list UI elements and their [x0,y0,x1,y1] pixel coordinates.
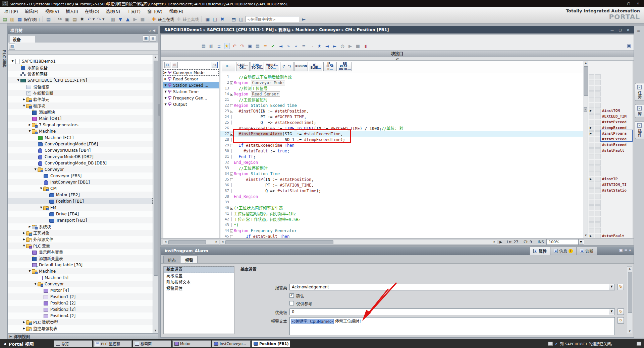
expander-icon[interactable]: ▶ [28,123,32,126]
expander-icon[interactable]: ▼ [22,104,26,107]
tree-item-position3-2[interactable]: Position3 [2] [8,306,153,312]
repeat-until-snippet[interactable]: REPEAT...UNTIL... [338,62,352,71]
rail-collapse-icon[interactable]: ≡ [637,29,640,33]
tab-devices[interactable]: 设备 [10,35,35,43]
code-line-36[interactable]: 36│ PT := #STATION_TIME, [220,182,583,188]
bookmark-add-icon[interactable]: ★ [317,43,322,49]
code-line-2[interactable]: 2+Region Conveyor Mode [220,80,583,85]
acknowledgment-checkbox[interactable] [289,293,294,298]
close-icon[interactable]: ✕ [634,1,642,6]
favorites-icon[interactable]: ★ [224,43,229,49]
expander-icon[interactable]: ▶ [163,77,168,80]
nav-item-item[interactable]: 附加报警文本 [164,279,234,286]
fold-marker-icon[interactable]: + [229,81,234,84]
tree-item-machine[interactable]: ▼Machine [8,268,153,274]
code-line-13[interactable]: 13 //检测工位信号 [220,85,583,91]
code-line-42[interactable]: 42│工位正常工作状态，闪灯频率=0.5Hz [220,216,583,222]
scroll-down-icon[interactable]: ▼ [584,233,588,238]
print-icon[interactable]: ▤ [46,16,51,22]
case-of-snippet[interactable]: CASE...OF... [236,62,250,71]
monitor-on-icon[interactable]: ▶ [347,43,353,49]
tree-scrollbar[interactable]: ▲ ▼ [153,55,158,333]
tree-item-item[interactable]: ▶软件单元 [8,96,153,102]
sync-split-icon[interactable]: ↔ [212,62,218,68]
code-line-21[interactable]: 21 //工位停留超时 [220,97,583,102]
online-diagnostics-icon[interactable]: ▣ [205,16,210,22]
expander-icon[interactable]: ▼ [163,103,168,106]
operand-row-statexceed[interactable]: #statExceed [588,142,633,148]
find-replace-icon[interactable]: ◎ [340,43,345,49]
fold-marker-icon[interactable]: − [229,172,234,176]
nav-item-item[interactable]: 基本设置 [164,267,234,273]
cut-icon[interactable]: ✂ [57,16,63,22]
expander-icon[interactable]: ▶ [590,132,592,135]
bookmark-next-icon[interactable]: ► [332,43,337,49]
insert-row-icon[interactable]: ▥ [209,43,214,49]
inspector-menu-icon[interactable]: ≡ [624,248,627,253]
menu-item-p[interactable]: 项目(P) [1,8,21,14]
tree-item-sapciii18demo1[interactable]: ▼SAPCIII18Demo1 [8,58,153,64]
tree-item-main-ob1[interactable]: Main [OB1] [8,115,153,122]
copy-icon[interactable]: ▣ [64,16,70,22]
save-project-label[interactable]: 保存项目 [24,16,40,22]
code-line-44[interactable]: 44−Region Frequency Generator [220,228,583,233]
editor-expand-icon[interactable]: ▣ [627,43,631,48]
for-to-do-snippet[interactable]: FOR...TO DO.. [251,62,264,71]
code-line-22[interactable]: 22−Region Station Exceed time [220,102,583,108]
start-cpu-icon[interactable]: ▶ [132,16,138,22]
code-line-32[interactable]: 32End_Region [220,159,583,165]
tree-item-7-signal-generators[interactable]: ▶7 Signal generators [8,122,153,128]
paste-icon[interactable]: ▤ [72,16,77,22]
inspector-tab-item[interactable]: ▪属性 [530,247,550,255]
chevron-down-icon[interactable]: ▼ [609,284,614,290]
code-line-45[interactable]: 45− If #statFault Then [220,233,583,238]
tree-item-plc[interactable]: ▶PLC 数据类型 [8,319,153,325]
tree-item-convoperatingmode-db-db3[interactable]: ConvOperatingMode_DB [DB3] [8,160,153,166]
breadcrumb-item-position-fb1[interactable]: Position [FB1] [357,27,389,32]
status-run-icon[interactable]: ▶ [499,240,502,244]
expand-tree-icon[interactable]: ⊞ [150,36,156,42]
breadcrumb-item-sapciii18c1-cpu-1513-1-pn[interactable]: SAPCIII18C1 [CPU 1513-1 PN] [207,27,274,32]
tree-item-item[interactable]: 添加新设备 [8,64,153,71]
tree-item-item[interactable]: ▶系统块 [8,223,153,230]
breadcrumb-item-machine[interactable]: Machine [296,27,315,32]
expander-icon[interactable]: ▶ [28,225,32,228]
expander-icon[interactable]: ▶ [22,238,26,241]
expander-icon[interactable]: ▼ [163,96,168,99]
expander-icon[interactable]: ▶ [22,321,26,324]
taskbar-button-instconveyor[interactable]: InstConveyo... [212,340,251,347]
tree-item-em[interactable]: ▼EM [8,204,153,211]
fold-marker-icon[interactable]: + [229,92,234,96]
expander-icon[interactable]: ▼ [39,187,43,190]
operand-row-insttp[interactable]: ▶#instTP [588,177,633,182]
search-next-icon[interactable]: ► [301,16,307,22]
tree-item-position4-2[interactable]: Position4 [2] [8,312,153,319]
outdent-icon[interactable]: « [293,43,299,49]
menu-item-h[interactable]: 帮助(H) [166,8,186,14]
fold-marker-icon[interactable]: − [229,103,234,107]
tree-item-position1-2[interactable]: Position1 [2] [8,293,153,300]
code-line-39[interactable]: 39 [220,199,583,205]
split-editor-vertical-icon[interactable]: ◫ [238,16,244,22]
tree-item-drive-fb4[interactable]: Drive [FB4] [8,211,153,217]
breadcrumb-item-conveyor[interactable]: Conveyor [319,27,340,32]
code-line-37[interactable]: 37│ Q => #statStationTime); [220,188,583,194]
tree-item-conveyor-fb5[interactable]: Conveyor [FB5] [8,172,153,179]
code-vertical-scrollbar[interactable]: ▲ ≡ ▼ [583,61,588,238]
priority-select[interactable]: 0 ▼ [289,308,615,315]
menu-item-t[interactable]: 工具(T) [124,8,144,14]
expander-icon[interactable]: ▶ [163,71,168,74]
region-item-station-time[interactable]: ▼Station Time [163,88,219,95]
tree-item-machine[interactable]: ▼Machine [8,128,153,134]
expander-icon[interactable]: ▶ [22,327,26,330]
breadcrumb-item-item[interactable]: 程序块 [278,27,290,33]
download-icon[interactable]: ▼ [117,16,123,22]
region-item-frequency-gen[interactable]: ▼Frequency Gen... [163,95,219,101]
menu-item-i[interactable]: 插入(I) [63,8,81,14]
expander-icon[interactable]: ▼ [28,270,32,273]
tree-item-conveyor[interactable]: ▼Conveyor [8,281,153,287]
scroll-up-icon[interactable]: ▲ [153,55,158,60]
split-editor-horizontal-icon[interactable]: ⬒ [231,16,236,22]
taskbar-button-root-screen[interactable]: 根画面 [133,340,171,347]
expander-icon[interactable]: ▶ [22,231,26,234]
